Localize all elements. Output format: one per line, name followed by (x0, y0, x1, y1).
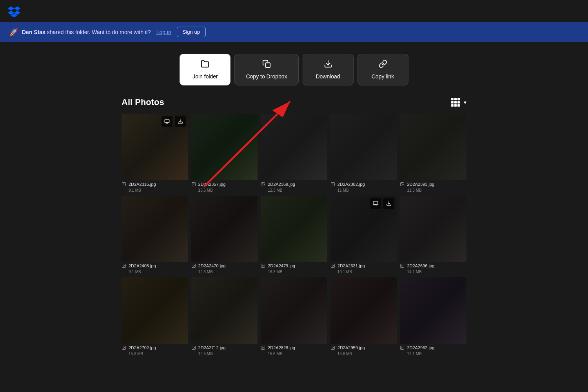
list-item[interactable]: 2D2A2962.jpg 17.1 MB (400, 277, 466, 356)
photo-thumbnail (191, 277, 258, 344)
photo-info: 2D2A2828.jpg (261, 344, 327, 352)
signup-button[interactable]: Sign up (177, 27, 206, 37)
dropbox-logo[interactable] (8, 5, 20, 17)
download-item-icon[interactable] (314, 279, 325, 290)
photo-size: 15.3 MB (122, 352, 188, 356)
photo-filename: 2D2A2828.jpg (268, 345, 295, 350)
list-item[interactable]: 2D2A2382.jpg 11 MB (330, 114, 397, 192)
download-label: Download (316, 73, 340, 80)
photo-info: 2D2A2393.jpg (400, 180, 466, 188)
copy-link-button[interactable]: Copy link (358, 54, 408, 85)
list-item[interactable]: 2D2A2470.jpg 12.5 MB (191, 196, 258, 274)
select-icon[interactable] (440, 198, 451, 209)
chevron-down-icon: ▾ (464, 99, 466, 105)
svg-rect-2 (165, 120, 169, 123)
list-item[interactable]: 2D2A2828.jpg 15.6 MB (261, 277, 327, 356)
photo-info: 2D2A2408.jpg (122, 262, 188, 270)
list-item[interactable]: 2D2A2408.jpg 9.1 MB (122, 196, 188, 274)
copy-to-dropbox-button[interactable]: Copy to Dropbox (234, 54, 298, 85)
svg-rect-42 (165, 283, 169, 286)
list-item[interactable]: 2D2A2959.jpg 15.6 MB (330, 277, 397, 356)
select-icon[interactable] (162, 279, 172, 290)
download-item-icon[interactable] (314, 116, 325, 127)
download-item-icon[interactable] (383, 198, 394, 209)
download-item-icon[interactable] (175, 116, 186, 127)
select-icon[interactable] (301, 279, 312, 290)
photo-info: 2D2A2712.jpg (191, 344, 258, 352)
banner-message: Den Stas shared this folder. Want to do … (22, 29, 151, 35)
download-item-icon[interactable] (244, 198, 255, 209)
select-icon[interactable] (440, 279, 451, 290)
join-folder-button[interactable]: Join folder (180, 54, 230, 85)
list-item[interactable]: 2D2A2702.jpg 15.3 MB (122, 277, 188, 356)
svg-rect-58 (443, 283, 448, 286)
main-content: Join folder Copy to Dropbox (122, 42, 466, 364)
list-item[interactable]: 2D2A2357.jpg 13.6 MB (191, 114, 258, 192)
photo-thumbnail (330, 114, 397, 180)
list-item[interactable]: 2D2A2315.jpg 9.1 MB (122, 114, 188, 192)
photo-size: 17.1 MB (400, 352, 466, 356)
copy-link-label: Copy link (372, 73, 394, 80)
download-item-icon[interactable] (244, 279, 255, 290)
photo-info: 2D2A2315.jpg (122, 180, 188, 188)
download-item-icon[interactable] (175, 279, 186, 290)
svg-rect-46 (234, 283, 239, 286)
select-icon[interactable] (162, 116, 172, 127)
svg-point-17 (332, 183, 332, 184)
photo-size: 9.1 MB (122, 188, 188, 192)
select-icon[interactable] (301, 198, 312, 209)
select-icon[interactable] (370, 198, 381, 209)
photo-grid: 2D2A2315.jpg 9.1 MB (122, 114, 466, 356)
download-button[interactable]: Download (303, 54, 354, 85)
list-item[interactable]: 2D2A2712.jpg 12.5 MB (191, 277, 258, 356)
photo-size: 15.6 MB (330, 352, 397, 356)
photos-title: All Photos (122, 97, 164, 107)
photo-size: 16.3 MB (261, 270, 327, 274)
svg-point-37 (332, 265, 332, 266)
photo-thumbnail (191, 114, 258, 180)
select-icon[interactable] (370, 279, 381, 290)
photo-thumbnail (400, 196, 466, 262)
download-item-icon[interactable] (453, 116, 464, 127)
list-item[interactable]: 2D2A2369.jpg 12.3 MB (261, 114, 327, 192)
select-icon[interactable] (231, 279, 242, 290)
download-item-icon[interactable] (453, 198, 464, 209)
select-icon[interactable] (162, 198, 172, 209)
download-item-icon[interactable] (453, 279, 464, 290)
content-wrapper: Join folder Copy to Dropbox (0, 42, 588, 364)
select-icon[interactable] (231, 198, 242, 209)
select-icon[interactable] (231, 116, 242, 127)
photo-filename: 2D2A2408.jpg (129, 263, 156, 268)
photo-thumbnail (400, 277, 466, 344)
photo-thumbnail (261, 114, 327, 180)
select-icon[interactable] (440, 116, 451, 127)
svg-rect-22 (165, 201, 169, 204)
list-item[interactable]: 2D2A2393.jpg 11.5 MB (400, 114, 466, 192)
photo-filename: 2D2A2712.jpg (198, 345, 226, 350)
photo-thumbnail (122, 196, 188, 262)
download-item-icon[interactable] (383, 279, 394, 290)
photo-size: 9.1 MB (122, 270, 188, 274)
download-item-icon[interactable] (383, 116, 394, 127)
download-item-icon[interactable] (244, 116, 255, 127)
photo-thumbnail (191, 196, 258, 262)
svg-rect-34 (374, 201, 378, 204)
select-icon[interactable] (301, 116, 312, 127)
download-item-icon[interactable] (314, 198, 325, 209)
download-item-icon[interactable] (175, 198, 186, 209)
select-icon[interactable] (370, 116, 381, 127)
svg-rect-14 (374, 120, 378, 123)
list-item[interactable]: 2D2A2479.jpg 16.3 MB (261, 196, 327, 274)
photo-info: 2D2A2357.jpg (191, 180, 258, 188)
view-toggle-button[interactable]: ▾ (451, 98, 466, 107)
login-button[interactable]: Log in (155, 29, 173, 35)
join-folder-icon (201, 60, 209, 70)
photo-thumbnail (122, 277, 188, 344)
svg-point-41 (401, 265, 402, 266)
list-item[interactable]: 2D2A2631.jpg 10.1 MB (330, 196, 397, 274)
list-item[interactable]: 2D2A2696.jpg 14.1 MB (400, 196, 466, 274)
svg-point-33 (262, 265, 263, 266)
photo-info: 2D2A2382.jpg (330, 180, 397, 188)
copy-to-dropbox-label: Copy to Dropbox (246, 73, 287, 80)
svg-rect-6 (234, 120, 239, 123)
